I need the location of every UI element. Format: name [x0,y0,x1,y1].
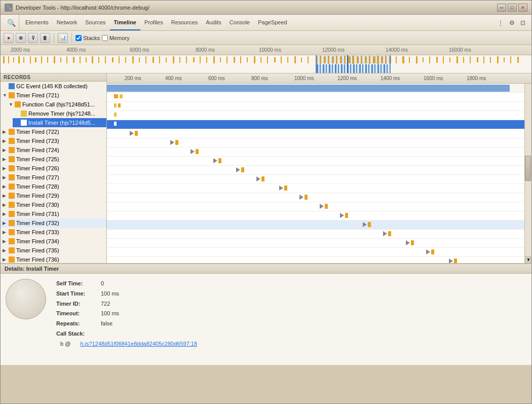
icon-730 [9,202,15,208]
tab-resources[interactable]: Resources [167,15,202,30]
timeline-row-732 [107,221,531,230]
text-726: Timer Fired (726) [16,165,59,171]
record-timer-735[interactable]: ▶ Timer Fired (735) [1,246,106,255]
tab-elements[interactable]: Elements [21,15,53,30]
minimize-button[interactable]: ─ [497,4,506,12]
record-timer-736[interactable]: ▶ Timer Fired (736) [1,255,106,263]
svg-rect-1 [3,56,5,63]
scrollbar-thumb[interactable] [525,156,531,181]
record-timer-725[interactable]: ▶ Timer Fired (725) [1,155,106,164]
svg-rect-35 [220,57,221,62]
expand-icon-fc: ▼ [9,102,15,107]
tab-sources[interactable]: Sources [81,15,109,30]
tab-audits[interactable]: Audits [202,15,225,30]
search-button[interactable]: 🔍 [6,17,17,28]
stacks-label: Stacks [83,35,100,41]
record-timer-728[interactable]: ▶ Timer Fired (728) [1,182,106,191]
svg-rect-12 [66,56,67,63]
ruler-label-16000: 16000 ms [449,47,471,53]
orange-sq-733 [388,231,391,236]
stacks-checkbox-label[interactable]: Stacks [75,35,100,41]
orange-sq-728 [284,186,287,191]
overview-selection [316,55,391,73]
tab-pagespeed[interactable]: PageSpeed [254,15,291,30]
expand-724: ▶ [3,148,9,153]
record-install-timer[interactable]: Install Timer (hjs?1248d5... [13,118,106,127]
orange-sq-725 [218,158,221,163]
marker-rt [114,113,117,117]
record-timer-730[interactable]: ▶ Timer Fired (730) [1,200,106,209]
tab-profiles[interactable]: Profiles [140,15,167,30]
icon-725 [9,156,15,162]
icon-735 [9,247,15,253]
start-time-label: Start Time: [56,289,97,299]
recording-toolbar: ● ⊗ ⊽ 🗑 📊 Stacks Memory [1,31,531,45]
inner-label-400: 400 ms [165,76,182,81]
expand-723: ▶ [3,138,9,143]
memory-checkbox-label[interactable]: Memory [102,35,130,41]
record-timer-724[interactable]: ▶ Timer Fired (724) [1,145,106,155]
svg-rect-13 [73,57,74,63]
text-723: Timer Fired (723) [16,138,59,144]
text-732: Timer Fired (732) [16,220,59,226]
svg-rect-28 [173,56,174,63]
tab-network[interactable]: Network [53,15,81,30]
settings-button[interactable]: ⚙ [506,17,517,28]
timeline-row-730 [107,202,531,211]
record-timer-731[interactable]: ▶ Timer Fired (731) [1,209,106,218]
svg-rect-83 [497,56,499,63]
svg-rect-82 [490,57,491,63]
record-function-call[interactable]: ▼ Function Call (hjs?1248d51... [7,100,106,109]
record-timer-726[interactable]: ▶ Timer Fired (726) [1,164,106,173]
record-button[interactable]: ● [4,33,14,43]
play-marker-726 [236,167,240,172]
record-remove-timer[interactable]: Remove Timer (hjs?1248... [13,109,106,118]
call-stack-link[interactable]: h.js?1248d51f06841e8dda82405c280d6597:18 [80,339,197,349]
timeline-scrollbar[interactable]: ▼ [524,84,531,263]
records-header: RECORDS [1,74,106,82]
chart-button[interactable]: 📊 [58,33,68,43]
window-controls[interactable]: ─ □ ✕ [497,4,527,12]
tab-console[interactable]: Console [225,15,254,30]
record-timer-fired-721[interactable]: ▼ Timer Fired (721) [1,91,106,100]
overview-playhead [347,55,348,73]
stacks-checkbox[interactable] [75,35,82,41]
stop-button[interactable]: ⊗ [16,33,26,43]
main-toolbar: 🔍 Elements Network Sources Timeline Prof… [1,15,531,31]
inner-label-1200: 1200 ms [337,76,357,81]
timeline-row-723 [107,138,531,148]
expand-730: ▶ [3,202,9,207]
dock-button[interactable]: ⊡ [517,17,528,28]
record-timer-732[interactable]: ▶ Timer Fired (732) [1,218,106,228]
svg-rect-9 [47,57,48,63]
record-timer-722[interactable]: ▶ Timer Fired (722) [1,127,106,136]
memory-checkbox[interactable] [102,35,108,41]
text-729: Timer Fired (729) [16,193,59,199]
svg-rect-39 [247,57,248,62]
details-call-stack-value: b @ h.js?1248d51f06841e8dda82405c280d659… [56,339,197,349]
more-tools-button[interactable]: ⋮ [495,17,506,28]
close-button[interactable]: ✕ [518,4,527,12]
play-marker-729 [299,195,303,200]
clear-button[interactable]: 🗑 [40,33,50,43]
record-timer-727[interactable]: ▶ Timer Fired (727) [1,173,106,182]
record-timer-733[interactable]: ▶ Timer Fired (733) [1,228,106,237]
expand-731: ▶ [3,211,9,216]
maximize-button[interactable]: □ [508,4,517,12]
record-timer-723[interactable]: ▶ Timer Fired (723) [1,136,106,145]
scroll-down-arrow[interactable]: ▼ [525,256,531,263]
marker-721-2 [120,94,123,98]
details-header: Details: Install Timer [1,264,531,274]
text-733: Timer Fired (733) [16,229,59,235]
svg-rect-5 [23,57,24,63]
record-gc-event[interactable]: GC Event (145 KB collected) [1,82,106,91]
overview-bar[interactable] [1,55,531,74]
play-marker-722 [130,131,134,136]
record-timer-729[interactable]: ▶ Timer Fired (729) [1,191,106,200]
window-titlebar: 🔧 Developer Tools - http://localhost:400… [1,1,531,15]
tab-timeline[interactable]: Timeline [110,15,140,30]
record-timer-734[interactable]: ▶ Timer Fired (734) [1,237,106,246]
filter-button[interactable]: ⊽ [28,33,38,43]
timeline-area[interactable]: 200 ms 400 ms 600 ms 800 ms 1000 ms 1200… [107,74,531,263]
svg-rect-43 [274,57,276,62]
